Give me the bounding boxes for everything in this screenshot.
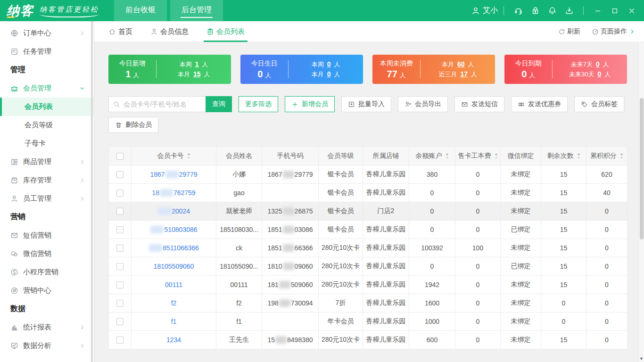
- member-card-link[interactable]: 186729779: [150, 171, 197, 178]
- cell-store: 门店2: [363, 202, 409, 221]
- card-sub-value[interactable]: 60: [457, 60, 465, 68]
- column-header-8[interactable]: 剩余次数▼▲: [541, 147, 586, 165]
- column-header-2: 手机号码: [262, 147, 319, 165]
- sort-icon[interactable]: ▼▲: [620, 153, 623, 159]
- sort-icon[interactable]: ▼▲: [495, 153, 498, 159]
- card-sub-value[interactable]: 0: [598, 70, 602, 78]
- sort-icon[interactable]: ▼▲: [577, 153, 580, 159]
- scrollbar-down-arrow[interactable]: ▼: [639, 356, 644, 361]
- toolbar-button-1[interactable]: 新增会员: [285, 96, 335, 112]
- redacted-text: [150, 226, 164, 233]
- card-sub-value[interactable]: 0: [327, 70, 331, 78]
- cell-member-name: 00111: [216, 276, 262, 294]
- member-card-link[interactable]: 8511066366: [149, 244, 199, 252]
- cell-phone: [262, 184, 319, 202]
- row-checkbox[interactable]: [116, 189, 124, 197]
- row-checkbox[interactable]: [116, 226, 124, 233]
- column-header-5[interactable]: 余额账户▼▲: [409, 147, 455, 165]
- toolbar-button-4[interactable]: 发送短信: [454, 96, 504, 112]
- card-sub-value[interactable]: 0: [327, 60, 331, 68]
- row-checkbox[interactable]: [116, 208, 124, 215]
- user-menu[interactable]: 艾小: [471, 6, 498, 16]
- row-checkbox[interactable]: [116, 245, 124, 252]
- toolbar-button-0[interactable]: 更多筛选: [239, 96, 278, 112]
- member-card-link[interactable]: 1234: [166, 336, 181, 344]
- page-tab-2[interactable]: 会员列表: [206, 21, 245, 42]
- page-tab-1[interactable]: 会员信息: [150, 21, 189, 42]
- maximize-button[interactable]: [606, 7, 623, 15]
- card-sub-value[interactable]: 0: [596, 60, 600, 68]
- close-button[interactable]: [623, 7, 640, 15]
- card-sub-stat: 本月60人: [442, 60, 474, 69]
- minimize-button[interactable]: [589, 7, 606, 15]
- member-card-link[interactable]: 00111: [165, 281, 182, 288]
- sidebar-item-12[interactable]: 微信营销: [0, 245, 94, 263]
- page-action-1[interactable]: 页面操作: [592, 27, 636, 36]
- search-button[interactable]: 查询: [206, 96, 232, 112]
- sidebar-subitem-4[interactable]: 会员列表: [0, 98, 94, 116]
- row-checkbox[interactable]: [116, 171, 124, 178]
- cell-store: 香樟儿童乐园: [363, 294, 409, 313]
- toolbar-button-3[interactable]: 会员导出: [398, 96, 448, 112]
- sidebar-item-17[interactable]: 数据分析: [0, 337, 94, 355]
- toolbar-button-5[interactable]: 发送优惠券: [511, 96, 568, 112]
- main-scrollbar[interactable]: ▼: [638, 42, 644, 362]
- member-card-link[interactable]: 510803086: [150, 226, 197, 233]
- crown-icon: [10, 84, 18, 92]
- row-checkbox[interactable]: [116, 318, 124, 325]
- delete-member-button[interactable]: 删除会员: [108, 117, 158, 133]
- member-card-link[interactable]: f2: [171, 299, 177, 307]
- sidebar-item-8[interactable]: 库存管理: [0, 171, 94, 189]
- mode-tab-0[interactable]: 前台收银: [114, 0, 167, 21]
- scrollbar-thumb[interactable]: [640, 98, 644, 239]
- titlebar-divider: [504, 7, 504, 15]
- sidebar-item-1[interactable]: 任务管理: [0, 42, 94, 61]
- card-sub-value[interactable]: 1: [195, 60, 199, 68]
- lock-icon[interactable]: [527, 6, 544, 15]
- mode-tab-1[interactable]: 后台管理: [170, 0, 223, 21]
- sidebar-item-11[interactable]: 短信营销: [0, 226, 94, 245]
- titlebar-icons: [510, 6, 578, 15]
- bell-icon[interactable]: [544, 6, 561, 15]
- member-card-link[interactable]: 18105509060: [154, 263, 194, 270]
- pageops-icon: [592, 28, 599, 35]
- cell-points: 0: [586, 313, 627, 331]
- sidebar-subitem-5[interactable]: 会员等级: [0, 116, 94, 134]
- sidebar-item-7[interactable]: 商品管理: [0, 153, 94, 171]
- table-row-2: 20024就被老师132526875银卡会员门店200未绑定150: [109, 202, 627, 221]
- sidebar-item-0[interactable]: 订单中心: [0, 24, 94, 42]
- sort-icon[interactable]: ▼▲: [446, 153, 449, 159]
- cell-level: 280元10次卡: [319, 239, 363, 257]
- page-tab-0[interactable]: 首页: [108, 21, 132, 42]
- sidebar-item-16[interactable]: 统计报表: [0, 318, 94, 337]
- row-checkbox[interactable]: [116, 337, 124, 344]
- cell-wechat-bind: 未绑定: [501, 202, 541, 221]
- sidebar-item-13[interactable]: 小程序营销: [0, 263, 94, 281]
- cell-member-name: gao: [216, 184, 262, 202]
- member-card-link[interactable]: 18762759: [152, 189, 195, 197]
- toolbar-button-6[interactable]: 会员标签: [574, 96, 624, 112]
- sidebar-item-9[interactable]: 员工管理: [0, 189, 94, 208]
- sort-icon[interactable]: ▼▲: [187, 153, 190, 159]
- column-header-9[interactable]: 累积积分▼▲: [586, 147, 627, 165]
- column-header-0[interactable]: 会员卡号▼▲: [132, 147, 216, 165]
- toolbar-button-2[interactable]: 批量导入: [341, 96, 391, 112]
- sidebar-item-3[interactable]: 会员管理: [0, 79, 94, 98]
- row-checkbox[interactable]: [116, 281, 124, 288]
- page-action-0[interactable]: 刷新: [558, 27, 580, 36]
- sidebar-subitem-6[interactable]: 子母卡: [0, 134, 94, 153]
- headset-icon[interactable]: [510, 6, 527, 15]
- column-header-6[interactable]: 售卡工本费▼▲: [455, 147, 501, 165]
- select-all-checkbox[interactable]: [116, 153, 124, 160]
- staff-icon: [10, 195, 18, 203]
- member-card-link[interactable]: f1: [171, 318, 177, 325]
- home-icon: [108, 28, 116, 35]
- card-sub-value[interactable]: 17: [460, 70, 468, 78]
- download-icon[interactable]: [561, 6, 578, 15]
- card-sub-value[interactable]: 15: [193, 70, 201, 78]
- member-card-link[interactable]: 20024: [157, 207, 190, 215]
- row-checkbox[interactable]: [116, 300, 124, 307]
- search-input[interactable]: [124, 100, 201, 108]
- row-checkbox[interactable]: [116, 263, 124, 270]
- sidebar-item-14[interactable]: 营销中心: [0, 281, 94, 300]
